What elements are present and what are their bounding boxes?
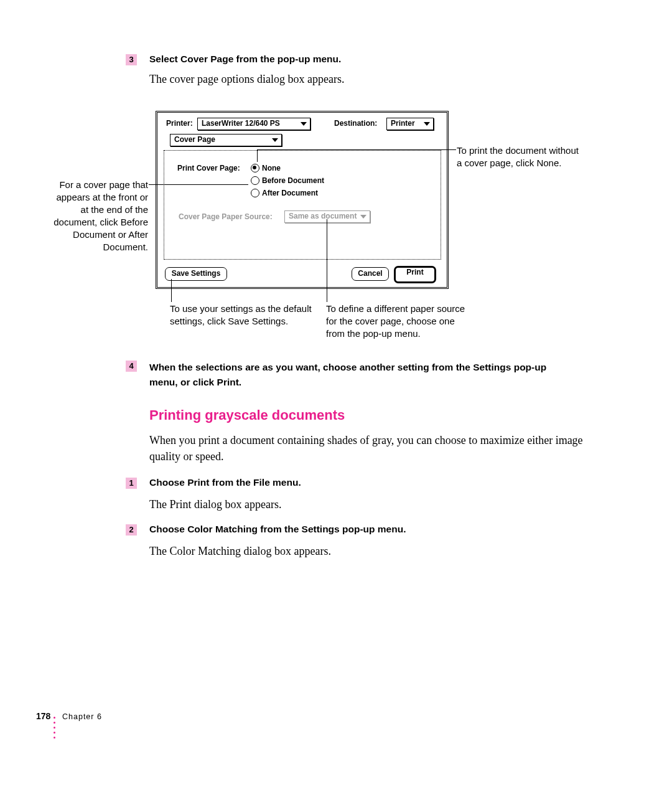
decorative-dots — [54, 714, 55, 742]
page-number: 178 — [36, 711, 50, 721]
radio-none[interactable] — [251, 164, 259, 172]
step4-heading: When the selections are as you want, cho… — [149, 360, 560, 390]
leader-line — [257, 149, 258, 162]
step3-body: The cover page options dialog box appear… — [149, 73, 344, 86]
paper-source-value: Same as document — [289, 212, 357, 220]
leader-line — [171, 279, 172, 302]
step-number: 3 — [126, 54, 137, 65]
paper-source-dropdown[interactable]: Same as document — [284, 210, 370, 223]
printer-value: LaserWriter 12/640 PS — [202, 119, 280, 128]
radio-before[interactable] — [251, 176, 259, 185]
stepA-body: The Print dialog box appears. — [149, 498, 281, 511]
radio-after[interactable] — [251, 189, 259, 197]
chevron-down-icon — [360, 215, 366, 219]
radio-none-label: None — [262, 164, 281, 172]
settings-dropdown[interactable]: Cover Page — [170, 134, 282, 146]
paper-source-label: Cover Page Paper Source: — [179, 212, 273, 221]
leader-line — [327, 219, 327, 302]
stepB-body: The Color Matching dialog box appears. — [149, 545, 331, 558]
destination-dropdown[interactable]: Printer — [386, 118, 434, 130]
section-title: Printing grayscale documents — [149, 407, 345, 423]
stepA-heading: Choose Print from the File menu. — [149, 477, 301, 488]
callout-bottom-right: To define a different paper source for t… — [326, 303, 475, 340]
step-number: 1 — [126, 478, 137, 489]
callout-left: For a cover page that appears at the fro… — [49, 179, 148, 253]
print-button[interactable]: Print — [394, 266, 436, 283]
step-number: 4 — [126, 361, 137, 372]
printer-label: Printer: — [166, 119, 193, 128]
chapter-label: Chapter 6 — [62, 712, 102, 721]
chevron-down-icon — [301, 122, 307, 126]
leader-line — [149, 184, 248, 185]
step-number: 2 — [126, 524, 137, 536]
settings-value: Cover Page — [174, 135, 215, 144]
destination-value: Printer — [391, 119, 415, 128]
section-body: When you print a document containing sha… — [149, 432, 585, 465]
leader-line — [257, 149, 456, 150]
callout-bottom-left: To use your settings as the default sett… — [170, 303, 319, 328]
print-cover-page-label: Print Cover Page: — [177, 164, 240, 172]
save-settings-button[interactable]: Save Settings — [165, 267, 227, 281]
step3-heading: Select Cover Page from the pop-up menu. — [149, 54, 341, 65]
destination-label: Destination: — [334, 119, 377, 128]
stepB-heading: Choose Color Matching from the Settings … — [149, 524, 406, 535]
radio-before-label: Before Document — [262, 176, 324, 185]
cancel-button[interactable]: Cancel — [352, 267, 389, 281]
cover-page-dialog: Printer: LaserWriter 12/640 PS Destinati… — [156, 111, 449, 289]
callout-right: To print the document without a cover pa… — [457, 144, 581, 169]
radio-after-label: After Document — [262, 189, 318, 197]
chevron-down-icon — [424, 122, 430, 126]
chevron-down-icon — [272, 138, 278, 142]
printer-dropdown[interactable]: LaserWriter 12/640 PS — [197, 118, 310, 130]
